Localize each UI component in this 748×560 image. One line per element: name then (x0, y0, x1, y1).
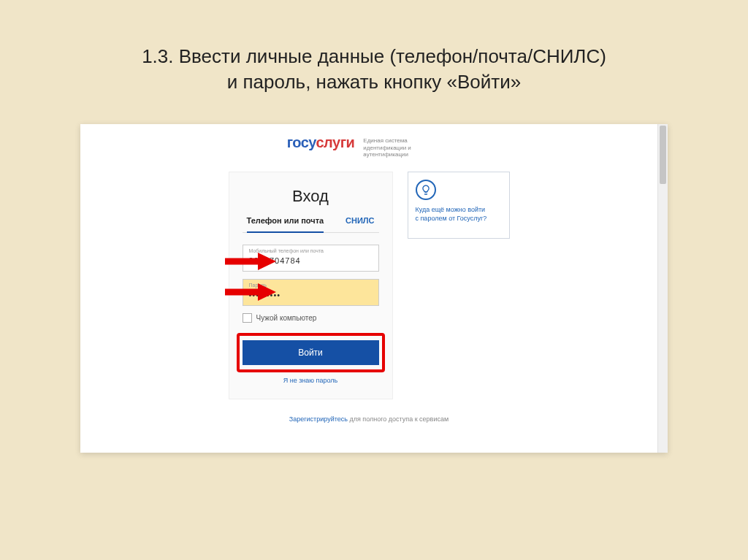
info-text: Куда ещё можно войти с паролем от Госусл… (416, 206, 487, 223)
tab-snils[interactable]: СНИЛС (346, 216, 374, 228)
lightbulb-icon (416, 180, 436, 200)
content-row: Вход Телефон или почта СНИЛС Мобильный т… (80, 172, 657, 399)
logo-part-2: слуги (316, 134, 354, 150)
slide-title: 1.3. Ввести личные данные (телефон/почта… (0, 0, 748, 117)
info-line1: Куда ещё можно войти (416, 206, 486, 213)
foreign-computer-label: Чужой компьютер (256, 314, 317, 322)
svg-marker-3 (258, 283, 276, 301)
gosuslugi-logo: госуслуги (287, 134, 355, 151)
login-tabs: Телефон или почта СНИЛС (243, 216, 379, 233)
login-heading: Вход (243, 187, 379, 206)
annotation-arrow-password (225, 283, 276, 301)
foreign-computer-row: Чужой компьютер (243, 313, 379, 323)
page-content: госуслуги Единая система идентификации и… (80, 124, 657, 453)
register-link[interactable]: Зарегистрируйтесь (289, 415, 348, 423)
annotation-arrow-login (225, 253, 276, 270)
slide-title-line1: 1.3. Ввести личные данные (телефон/почта… (142, 45, 606, 67)
browser-window: госуслуги Единая система идентификации и… (80, 124, 668, 453)
svg-marker-1 (258, 253, 276, 270)
info-line2: с паролем от Госуслуг? (416, 215, 487, 222)
tab-phone-email[interactable]: Телефон или почта (247, 216, 324, 233)
logo-part-1: госу (287, 134, 316, 150)
info-box[interactable]: Куда ещё можно войти с паролем от Госусл… (408, 172, 510, 239)
scrollbar[interactable] (657, 124, 668, 453)
tagline: Единая система идентификации и аутентифи… (363, 134, 451, 158)
foreign-computer-checkbox[interactable] (243, 313, 252, 323)
register-rest: для полного доступа к сервисам (348, 415, 449, 423)
forgot-password-link[interactable]: Я не знаю пароль (243, 377, 379, 384)
tagline-line1: Единая система (363, 137, 407, 144)
register-line: Зарегистрируйтесь для полного доступа к … (80, 415, 657, 423)
site-header: госуслуги Единая система идентификации и… (80, 124, 657, 164)
tagline-line2: идентификации и аутентификации (363, 145, 411, 158)
login-button-highlight: Войти (237, 333, 385, 372)
login-button[interactable]: Войти (243, 340, 379, 365)
slide-title-line2: и пароль, нажать кнопку «Войти» (227, 71, 521, 93)
